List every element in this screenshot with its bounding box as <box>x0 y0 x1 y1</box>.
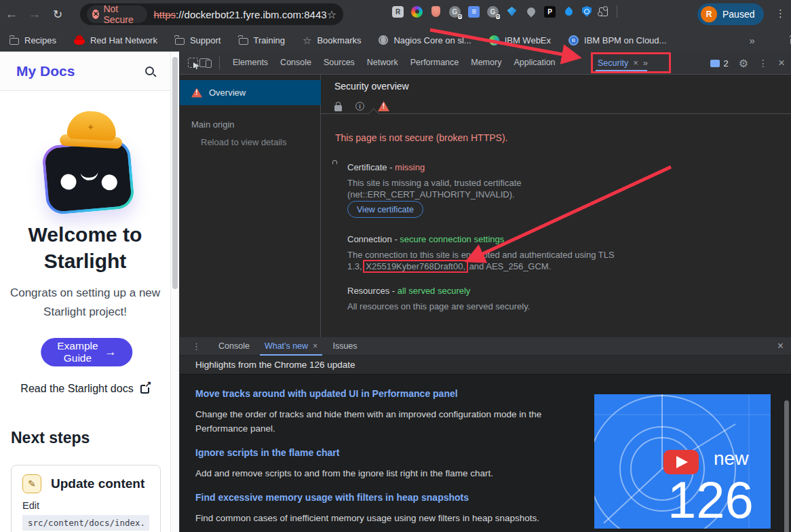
devtools-menu-icon[interactable]: ⋮ <box>758 58 768 69</box>
profile-status-label: Paused <box>722 9 754 20</box>
page-scrollbar[interactable] <box>170 52 179 532</box>
next-steps-heading: Next steps <box>11 429 90 447</box>
reload-icon[interactable]: ↻ <box>46 7 69 22</box>
extension-g-icon[interactable]: G <box>449 6 461 18</box>
site-title[interactable]: My Docs <box>16 63 75 79</box>
security-overview-title: Security overview <box>334 81 409 92</box>
extension-pin-icon[interactable] <box>525 6 537 18</box>
mascot-smile <box>80 170 98 180</box>
inspect-element-icon[interactable] <box>188 58 198 68</box>
security-status-icons: i <box>334 101 389 111</box>
extension-r-icon[interactable]: R <box>392 6 404 18</box>
mascot-eye <box>101 174 118 191</box>
resources-status-link[interactable]: all served securely <box>398 286 471 296</box>
devtools-tab-bar: Elements Console Sources Network Perform… <box>180 52 791 75</box>
drawer-tab-whats-new[interactable]: What's new × <box>258 337 325 356</box>
tab-security[interactable]: Security <box>598 58 628 68</box>
bookmark-star-icon[interactable]: ☆ <box>327 8 336 21</box>
extensions-puzzle-icon[interactable] <box>599 7 608 16</box>
whats-new-link[interactable]: Move tracks around with updated UI in Pe… <box>195 388 581 399</box>
settings-gear-icon[interactable]: ⚙ <box>739 57 748 70</box>
devtools-panel: Elements Console Sources Network Perform… <box>179 52 791 532</box>
lock-icon[interactable] <box>334 105 342 111</box>
bookmarks-bar: Recipes Red Hat Network Support Training… <box>0 28 791 52</box>
tab-elements[interactable]: Elements <box>227 52 274 74</box>
card-title: Update content <box>51 476 144 491</box>
tab-memory[interactable]: Memory <box>465 52 507 74</box>
info-icon[interactable]: i <box>355 102 364 111</box>
update-content-card: ✎ Update content Edit src/content/docs/i… <box>11 465 161 532</box>
device-toolbar-icon[interactable] <box>199 58 210 67</box>
bookmark-webex[interactable]: IBM WebEx <box>489 35 551 45</box>
warning-icon <box>191 88 202 98</box>
tab-divider <box>321 113 791 114</box>
extension-list-icon[interactable]: ≡ <box>468 6 480 18</box>
bookmark-redhat[interactable]: Red Hat Network <box>74 35 157 45</box>
bookmark-label: Support <box>190 35 221 45</box>
extension-gem-icon[interactable] <box>507 7 517 16</box>
whats-new-link[interactable]: Find excessive memory usage with filters… <box>195 492 581 503</box>
tab-close-icon[interactable]: × <box>633 58 638 68</box>
sidebar-item-overview[interactable]: Overview <box>180 80 321 105</box>
warning-icon[interactable] <box>378 101 389 111</box>
browser-window: ← → ↻ ✕ Not Secure https://dockerbot21.f… <box>0 0 791 532</box>
view-certificate-button[interactable]: View certificate <box>347 201 423 218</box>
tab-performance[interactable]: Performance <box>404 52 465 74</box>
hero-title: Welcome toStarlight <box>0 221 170 274</box>
back-icon[interactable]: ← <box>0 7 23 22</box>
extension-drop-icon[interactable] <box>564 6 575 17</box>
globe-icon <box>379 35 388 45</box>
forward-icon[interactable]: → <box>23 7 46 22</box>
bookmark-recipes[interactable]: Recipes <box>9 35 56 45</box>
extension-shield-icon[interactable] <box>582 6 592 17</box>
extension-flower-icon[interactable] <box>411 6 423 18</box>
hero-subtitle: Congrats on setting up a newStarlight pr… <box>7 284 163 322</box>
bookmark-support[interactable]: Support <box>175 35 221 45</box>
bookmark-training[interactable]: Training <box>239 35 285 45</box>
drawer-close-icon[interactable]: × <box>777 340 784 352</box>
tab-network[interactable]: Network <box>361 52 404 74</box>
profile-paused-button[interactable]: R Paused <box>697 3 764 25</box>
tab-close-icon[interactable]: × <box>313 337 317 355</box>
drawer-tab-console[interactable]: Console <box>210 337 258 355</box>
not-secure-chip[interactable]: ✕ Not Secure <box>87 5 147 23</box>
page-scrollbar-thumb[interactable] <box>172 57 178 289</box>
address-bar[interactable]: ✕ Not Secure https://dockerbot21.fyre.ib… <box>80 3 343 25</box>
drawer-scrollbar-thumb[interactable] <box>784 400 789 532</box>
docs-page: My Docs Welcome toStarlight Congrats on … <box>0 52 179 532</box>
search-icon[interactable] <box>145 66 154 75</box>
card-edit-label: Edit <box>22 500 149 511</box>
certificate-description: This site is missing a valid, trusted ce… <box>347 177 659 200</box>
connection-settings-link[interactable]: secure connection settings <box>400 234 504 244</box>
toolbar-separator <box>219 56 220 70</box>
tab-console[interactable]: Console <box>274 52 317 74</box>
bookmark-bookmarks[interactable]: ☆Bookmarks <box>303 35 361 45</box>
console-messages-badge[interactable]: 2 <box>710 58 728 69</box>
bookmark-bpm[interactable]: BIBM BPM on Cloud... <box>568 35 666 45</box>
star-icon: ☆ <box>303 35 311 45</box>
browser-toolbar: ← → ↻ ✕ Not Secure https://dockerbot21.f… <box>0 0 791 28</box>
example-guide-button[interactable]: Example Guide → <box>41 338 132 366</box>
tab-application[interactable]: Application <box>507 52 561 74</box>
bookmark-nagios[interactable]: Nagios Core on sl... <box>379 35 471 45</box>
extension-g2-icon[interactable]: G <box>487 6 499 18</box>
drawer-tab-issues[interactable]: Issues <box>324 337 365 355</box>
whats-new-description: Change the order of tracks and hide them… <box>195 407 581 436</box>
whats-new-label: What's new <box>265 337 308 355</box>
whats-new-description: Find common cases of inefficient memory … <box>195 511 581 525</box>
bookmarks-overflow-icon[interactable]: » <box>749 35 754 46</box>
whats-new-link[interactable]: Ignore scripts in the flame chart <box>195 447 581 458</box>
url-text[interactable]: https://dockerbot21.fyre.ibm.com:8443 <box>154 9 327 20</box>
read-docs-link[interactable]: Read the Starlight docs ↗ <box>0 383 170 395</box>
browser-menu-icon[interactable]: ⋮ <box>775 7 786 20</box>
extension-hand-icon[interactable] <box>431 6 440 17</box>
overview-label: Overview <box>209 88 246 98</box>
more-tabs-icon[interactable]: » <box>643 58 647 68</box>
chrome-126-video-thumbnail[interactable]: new 126 <box>594 394 771 529</box>
tab-sources[interactable]: Sources <box>317 52 361 74</box>
devtools-close-icon[interactable]: × <box>778 56 785 70</box>
drawer-menu-icon[interactable]: ⋮ <box>192 341 201 352</box>
extension-p-icon[interactable]: P <box>544 6 556 18</box>
video-badge-new: new <box>714 448 749 469</box>
folder-icon <box>239 38 248 45</box>
